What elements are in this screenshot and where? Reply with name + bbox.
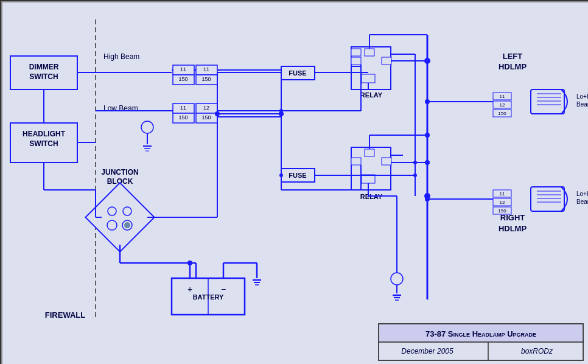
fuse1-label: FUSE <box>289 69 306 77</box>
svg-point-55 <box>424 58 430 64</box>
svg-text:−: − <box>221 284 226 294</box>
svg-rect-46 <box>351 57 361 65</box>
lo-hi-beam-left: Lo+Hi <box>576 93 588 100</box>
junction-block-label: JUNCTION <box>101 168 138 177</box>
svg-text:11: 11 <box>500 191 505 197</box>
svg-rect-84 <box>351 158 361 165</box>
dimmer-switch-label2: SWITCH <box>29 72 58 81</box>
svg-point-159 <box>413 173 417 177</box>
svg-text:Beam: Beam <box>576 101 588 108</box>
svg-point-151 <box>279 173 283 177</box>
svg-point-141 <box>391 273 403 285</box>
date-text: December 2005 <box>401 347 453 355</box>
svg-text:150: 150 <box>178 76 187 82</box>
svg-text:12: 12 <box>500 200 505 205</box>
svg-rect-85 <box>382 158 391 165</box>
svg-rect-86 <box>362 175 375 183</box>
high-beam-label: High Beam <box>103 52 139 61</box>
firewall-label: FIREWALL <box>45 310 85 320</box>
svg-rect-99 <box>531 187 564 211</box>
svg-point-158 <box>413 161 417 164</box>
svg-text:11: 11 <box>180 105 186 111</box>
svg-rect-88 <box>351 49 361 56</box>
svg-text:12: 12 <box>203 105 209 111</box>
lo-hi-beam-right: Lo+Hi <box>576 191 588 197</box>
left-hdlmp-label: LEFT <box>503 52 523 61</box>
right-hdlmp-label2: HDLMP <box>499 224 527 233</box>
battery-label: BATTERY <box>193 293 224 301</box>
fuse2-label: FUSE <box>289 172 306 179</box>
svg-point-124 <box>215 111 220 116</box>
dimmer-switch-label: DIMMER <box>29 63 59 71</box>
svg-text:150: 150 <box>498 208 506 214</box>
left-hdlmp-label2: HDLMP <box>499 62 527 71</box>
svg-rect-45 <box>365 49 374 56</box>
svg-point-70 <box>425 99 430 104</box>
title-text: 73-87 Single Headlamp Upgrade <box>425 329 536 338</box>
svg-text:150: 150 <box>201 76 211 82</box>
svg-text:Beam: Beam <box>576 198 588 205</box>
diagram-container: 73-87 Single Headlamp Upgrade December 2… <box>0 0 588 364</box>
svg-text:150: 150 <box>498 111 506 116</box>
svg-text:150: 150 <box>201 114 211 121</box>
svg-rect-57 <box>531 89 564 114</box>
svg-point-93 <box>425 160 430 165</box>
headlight-switch-label2: SWITCH <box>29 139 58 148</box>
svg-point-133 <box>187 261 192 265</box>
svg-text:12: 12 <box>500 102 505 108</box>
svg-rect-48 <box>362 74 375 83</box>
headlight-switch-label: HEADLIGHT <box>23 130 66 138</box>
svg-rect-47 <box>382 57 391 65</box>
svg-point-33 <box>141 121 153 133</box>
author-text: boxRODz <box>521 347 553 355</box>
svg-text:+: + <box>187 284 192 294</box>
svg-text:11: 11 <box>180 66 186 72</box>
relay1-label: RELAY <box>360 91 383 99</box>
svg-point-112 <box>425 197 430 201</box>
svg-rect-83 <box>365 149 374 156</box>
svg-point-118 <box>124 222 130 228</box>
svg-text:11: 11 <box>203 66 209 72</box>
svg-point-156 <box>425 133 430 138</box>
svg-text:11: 11 <box>500 94 505 99</box>
svg-text:150: 150 <box>178 114 187 121</box>
